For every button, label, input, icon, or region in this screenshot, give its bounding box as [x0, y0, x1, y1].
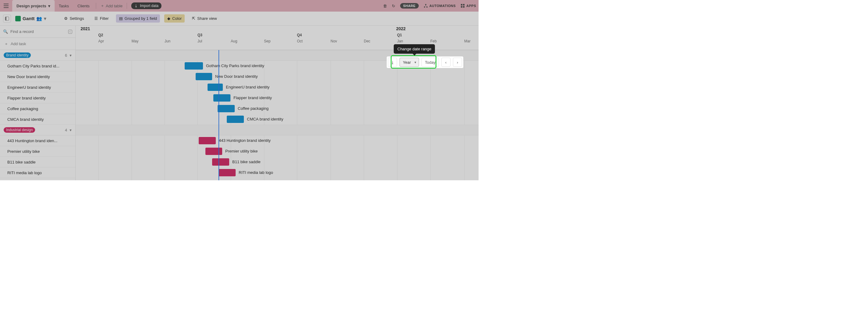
task-row[interactable]: B11 bike saddle	[0, 157, 75, 167]
group-icon: ▤	[119, 16, 123, 21]
task-row[interactable]: EngineerU brand identity	[0, 82, 75, 93]
panel-toggle-button[interactable]	[3, 14, 11, 23]
add-table-button[interactable]: ＋ Add table	[98, 3, 125, 8]
divider	[96, 3, 96, 9]
group-label: Grouped by 1 field	[125, 16, 157, 21]
history-icon[interactable]: ↻	[392, 4, 395, 8]
share-view-button[interactable]: ⇱ Share view	[189, 14, 220, 23]
settings-label: Settings	[70, 16, 84, 21]
tab-clients[interactable]: Clients	[73, 0, 94, 11]
tabs-bar: Design projects ▾ Tasks Clients ＋ Add ta…	[0, 0, 478, 11]
color-button[interactable]: ◆ Color	[164, 14, 185, 23]
next-range-button[interactable]: ›	[453, 58, 462, 67]
prev-range-button[interactable]: ‹	[441, 58, 451, 67]
share-icon: ⇱	[192, 16, 195, 21]
gantt-bar[interactable]	[219, 169, 236, 176]
menu-icon[interactable]	[2, 2, 10, 9]
svg-rect-6	[463, 6, 465, 8]
share-view-label: Share view	[197, 16, 217, 21]
gantt-bar[interactable]	[199, 137, 216, 144]
add-table-label: Add table	[106, 4, 123, 8]
today-line	[219, 50, 219, 180]
task-row[interactable]: 443 Huntington brand iden...	[0, 135, 75, 146]
chevron-left-icon: ‹	[445, 60, 446, 65]
task-row[interactable]: Gotham City Parks brand id...	[0, 61, 75, 71]
gantt-bar[interactable]	[227, 116, 244, 123]
search-icon: 🔍	[3, 29, 8, 34]
task-row[interactable]: RITI media lab logo	[0, 167, 75, 178]
filter-button[interactable]: ☰ Filter	[91, 14, 112, 23]
group-button[interactable]: ▤ Grouped by 1 field	[116, 14, 160, 23]
gantt-row: CMCA brand identity	[76, 114, 478, 125]
view-toolbar: Gantt 👥 ▾ ⚙ Settings ☰ Filter ▤ Grouped …	[0, 11, 478, 26]
import-data-button[interactable]: ⭳ Import data	[131, 2, 161, 9]
divider	[127, 3, 127, 9]
share-button[interactable]: SHARE	[400, 3, 419, 8]
plus-icon: ＋	[100, 3, 104, 8]
svg-rect-9	[68, 30, 72, 34]
gantt-row: Coffee packaging	[76, 103, 478, 114]
task-row[interactable]: Flapper brand identity	[0, 93, 75, 103]
apps-label: APPS	[466, 4, 476, 8]
gantt-body[interactable]: Gotham City Parks brand identityNew Door…	[76, 50, 478, 180]
gantt-bar[interactable]	[212, 158, 229, 166]
view-name-label: Gantt	[23, 16, 34, 21]
add-task-button[interactable]: ＋ Add task	[0, 38, 75, 50]
search-input[interactable]	[10, 29, 66, 34]
settings-button[interactable]: ⚙ Settings	[61, 14, 87, 23]
automations-label: AUTOMATIONS	[429, 4, 456, 8]
apps-button[interactable]: APPS	[461, 4, 476, 8]
caret-down-icon: ▾	[48, 4, 50, 8]
today-button[interactable]: Today	[422, 58, 439, 67]
month-label: Dec	[364, 39, 370, 43]
today-label: Today	[425, 60, 436, 65]
gantt-row: Premier utility bike	[76, 146, 478, 157]
caret-down-icon[interactable]: ▾	[70, 53, 72, 58]
task-row[interactable]: Coffee packaging	[0, 103, 75, 114]
svg-rect-3	[461, 4, 462, 5]
tab-tasks[interactable]: Tasks	[55, 0, 73, 11]
gantt-bar-label: CMCA brand identity	[247, 117, 283, 122]
month-label: Feb	[430, 39, 437, 43]
caret-down-icon: ▾	[44, 16, 46, 21]
gantt-bar[interactable]	[196, 73, 212, 80]
gantt-bar-label: B11 bike saddle	[232, 160, 261, 164]
search-row: 🔍	[0, 26, 75, 38]
download-chart-button[interactable]: ⭳	[388, 58, 397, 67]
group-count: 6	[65, 53, 67, 58]
automations-button[interactable]: AUTOMATIONS	[424, 4, 456, 8]
tab-design-projects[interactable]: Design projects ▾	[12, 0, 55, 11]
task-row[interactable]: CMCA brand identity	[0, 114, 75, 125]
gantt-bar-label: EngineerU brand identity	[226, 85, 270, 89]
year-label: 2021	[81, 26, 90, 31]
chevron-right-icon: ›	[457, 60, 458, 65]
tooltip: Change date range	[394, 44, 435, 54]
gantt-bar-label: Premier utility bike	[225, 149, 257, 154]
caret-down-icon[interactable]: ▾	[70, 128, 72, 132]
gantt-bar[interactable]	[206, 148, 222, 155]
gear-icon: ⚙	[64, 16, 68, 21]
view-name[interactable]: Gantt 👥 ▾	[15, 16, 46, 21]
gantt-bar-label: Coffee packaging	[238, 106, 269, 111]
date-range-select[interactable]: Year	[400, 58, 419, 67]
gantt-bar[interactable]	[185, 62, 203, 70]
gantt-bar[interactable]	[218, 105, 235, 112]
gantt-bar[interactable]	[208, 84, 223, 91]
trash-icon[interactable]: 🗑	[383, 4, 387, 8]
quarter-label: Q4	[297, 33, 302, 37]
group-header[interactable]: Brand identity6▾	[0, 50, 75, 61]
gantt-bar[interactable]	[213, 94, 230, 102]
quarter-label: Q2	[98, 33, 103, 37]
gantt-bar-label: Gotham City Parks brand identity	[206, 63, 264, 68]
group-badge: Brand identity	[4, 53, 31, 58]
color-label: Color	[172, 16, 182, 21]
tooltip-text: Change date range	[397, 47, 431, 51]
date-range-value: Year	[403, 60, 411, 65]
group-header[interactable]: Industrial design4▾	[0, 125, 75, 135]
task-row[interactable]: New Door brand identity	[0, 71, 75, 82]
add-task-label: Add task	[11, 41, 26, 46]
month-label: Apr	[98, 39, 104, 43]
collapse-sidebar-icon[interactable]	[68, 30, 72, 34]
filter-label: Filter	[100, 16, 108, 21]
task-row[interactable]: Premier utility bike	[0, 146, 75, 157]
